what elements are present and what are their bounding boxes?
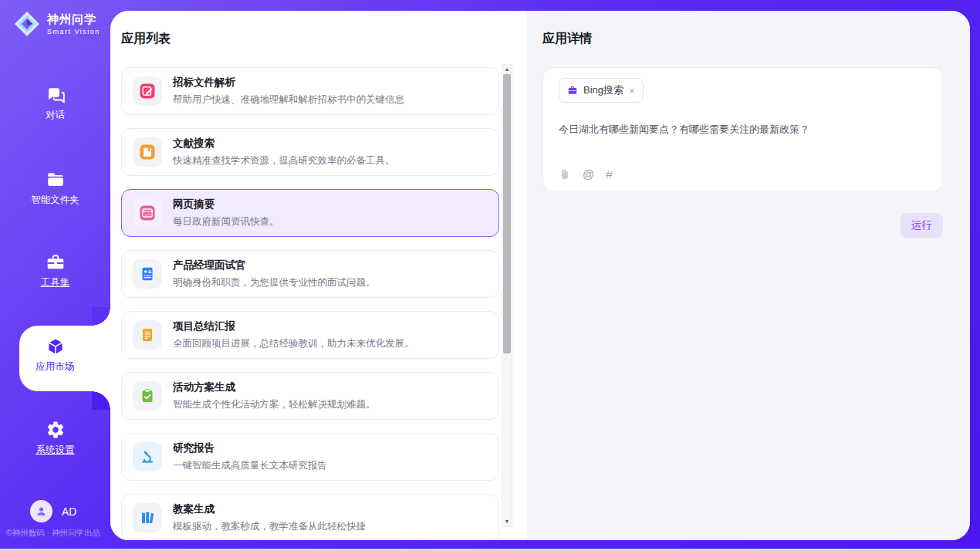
user-name: AD [62, 505, 76, 518]
app-detail-panel: 应用详情 Bing搜索 × 今日湖北有哪些新闻要点？有哪些需要关注的最新政策？ [527, 11, 970, 540]
copyright-footer: ©神州数码 · 神州问学出品 [6, 528, 100, 539]
main-content: 应用列表 招标文件解析 帮助用户快速、准确地理解和解析招标书中的关键信息 [110, 11, 970, 540]
briefcase-icon [567, 85, 578, 96]
app-card-pm-interviewer[interactable]: 产品经理面试官 明确身份和职责，为您提供专业性的面试问题。 [121, 250, 499, 298]
close-icon[interactable]: × [629, 86, 635, 96]
toolbox-icon [46, 252, 66, 272]
sidebar-item-toolset[interactable]: 工具集 [0, 252, 110, 289]
app-description: 快速精准查找学术资源，提高研究效率的必备工具。 [173, 154, 395, 167]
clipboard-check-icon [133, 381, 162, 411]
folder-icon [46, 170, 66, 190]
prompt-card: Bing搜索 × 今日湖北有哪些新闻要点？有哪些需要关注的最新政策？ @ # [542, 67, 943, 192]
brand-tagline: Smart Vision [47, 28, 100, 35]
microscope-icon [133, 442, 162, 472]
app-card-bid-parsing[interactable]: 招标文件解析 帮助用户快速、准确地理解和解析招标书中的关键信息 [121, 67, 499, 115]
scroll-up-arrow-icon[interactable]: ▲ [502, 65, 512, 74]
run-button[interactable]: 运行 [901, 213, 943, 238]
app-card-list: 招标文件解析 帮助用户快速、准确地理解和解析招标书中的关键信息 文献搜索 [121, 67, 499, 540]
chat-icon [46, 85, 66, 105]
sidebar-item-label: 应用市场 [0, 360, 110, 374]
diamond-logo-icon [12, 9, 42, 39]
app-description: 帮助用户快速、准确地理解和解析招标书中的关键信息 [173, 93, 404, 106]
app-card-lesson-plan[interactable]: 教案生成 模板驱动，教案秒成，教学准备从此轻松快捷 [121, 494, 499, 540]
app-card-event-plan[interactable]: 活动方案生成 智能生成个性化活动方案，轻松解决规划难题。 [121, 372, 499, 420]
sidebar-item-app-market[interactable]: 应用市场 [0, 336, 110, 374]
person-icon [35, 505, 48, 518]
query-text[interactable]: 今日湖北有哪些新闻要点？有哪些需要关注的最新政策？ [559, 123, 927, 137]
app-title: 活动方案生成 [173, 380, 376, 394]
run-row: 运行 [542, 192, 943, 238]
browser-code-icon: </> [133, 198, 162, 228]
sidebar-item-chat[interactable]: 对话 [0, 85, 110, 122]
app-description: 模板驱动，教案秒成，教学准备从此轻松快捷 [173, 520, 366, 533]
brand-logo: 神州问学 Smart Vision [12, 9, 100, 39]
app-card-web-summary[interactable]: </> 网页摘要 每日政府新闻资讯快查。 [121, 189, 499, 237]
sidebar-item-label: 系统设置 [0, 444, 110, 457]
input-toolbar: @ # [559, 167, 927, 181]
app-description: 每日政府新闻资讯快查。 [173, 215, 279, 228]
app-title: 网页摘要 [173, 198, 279, 211]
scroll-down-arrow-icon[interactable]: ▼ [502, 517, 512, 526]
app-description: 一键智能生成高质量长文本研究报告 [173, 459, 327, 472]
sidebar-item-label: 对话 [0, 109, 110, 122]
app-card-project-summary[interactable]: 项目总结汇报 全面回顾项目进展，总结经验教训，助力未来优化发展。 [121, 311, 499, 359]
hash-icon[interactable]: # [606, 167, 611, 181]
app-card-research-report[interactable]: 研究报告 一键智能生成高质量长文本研究报告 [121, 433, 499, 481]
book-icon [133, 137, 162, 167]
report-doc-icon [133, 320, 162, 350]
pen-document-icon [133, 76, 162, 106]
tool-chip-bing-search[interactable]: Bing搜索 × [559, 78, 644, 103]
blob-corner-top [92, 307, 110, 326]
app-title: 研究报告 [173, 441, 327, 455]
brand-name: 神州问学 [47, 12, 100, 27]
app-title: 项目总结汇报 [173, 319, 414, 333]
blob-corner-bottom [92, 391, 110, 410]
app-description: 全面回顾项目进展，总结经验教训，助力未来优化发展。 [173, 337, 414, 350]
list-scrollbar[interactable]: ▲ ▼ [502, 64, 512, 527]
app-title: 文献搜索 [173, 137, 395, 150]
sidebar-item-smart-folder[interactable]: 智能文件夹 [0, 170, 110, 207]
sidebar-item-label: 智能文件夹 [0, 194, 110, 207]
gear-icon [46, 420, 66, 440]
tool-chip-label: Bing搜索 [583, 83, 623, 97]
app-description: 明确身份和职责，为您提供专业性的面试问题。 [173, 276, 376, 289]
sidebar: 神州问学 Smart Vision 对话 智能文件夹 [0, 0, 110, 549]
app-description: 智能生成个性化活动方案，轻松解决规划难题。 [173, 398, 376, 411]
avatar [30, 500, 52, 522]
user-account[interactable]: AD [30, 500, 76, 522]
app-title: 教案生成 [173, 502, 366, 516]
app-title: 产品经理面试官 [173, 259, 376, 272]
sidebar-item-label: 工具集 [0, 276, 110, 289]
scrollbar-thumb[interactable] [503, 74, 511, 353]
cube-icon [46, 336, 66, 357]
app-detail-title: 应用详情 [542, 31, 970, 47]
sidebar-item-settings[interactable]: 系统设置 [0, 420, 110, 457]
svg-text:</>: </> [144, 212, 151, 217]
mention-icon[interactable]: @ [583, 167, 594, 181]
app-window: 神州问学 Smart Vision 对话 智能文件夹 [0, 0, 980, 551]
app-list-panel: 应用列表 招标文件解析 帮助用户快速、准确地理解和解析招标书中的关键信息 [110, 11, 527, 540]
books-icon [133, 503, 162, 532]
app-list-title: 应用列表 [121, 31, 527, 47]
app-title: 招标文件解析 [173, 76, 404, 90]
resume-icon [133, 259, 162, 289]
app-card-literature-search[interactable]: 文献搜索 快速精准查找学术资源，提高研究效率的必备工具。 [121, 128, 499, 176]
attachment-icon[interactable] [559, 168, 571, 181]
